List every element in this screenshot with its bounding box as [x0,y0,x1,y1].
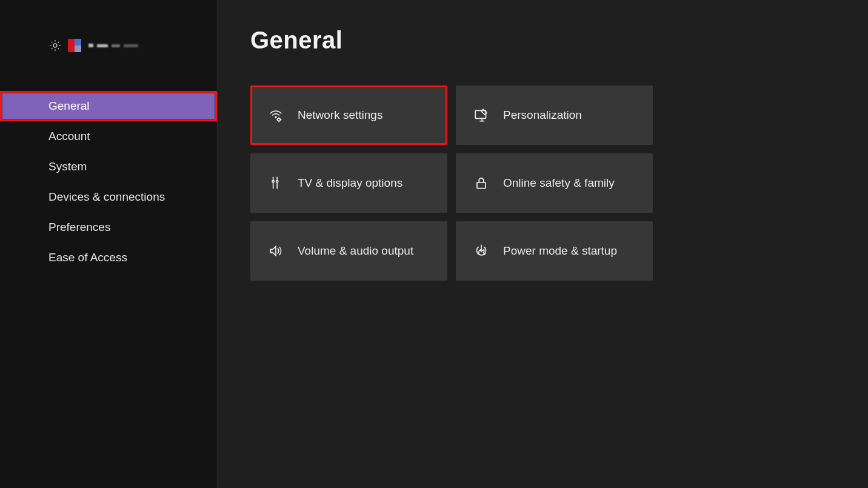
tile-tv-display[interactable]: TV & display options [250,153,447,213]
tile-label: Online safety & family [503,176,615,190]
nav-label: General [48,99,90,113]
lock-icon [473,175,490,192]
personalization-icon [473,107,490,124]
network-icon [267,107,284,124]
svg-rect-6 [477,182,486,189]
profile-name-redacted [88,44,138,47]
sidebar: General Account System Devices & connect… [0,0,218,488]
main-panel: General Network settings [218,0,868,488]
tile-label: TV & display options [298,176,402,190]
nav-label: Preferences [48,221,110,234]
nav-item-ease-of-access[interactable]: Ease of Access [0,242,217,273]
nav-item-general[interactable]: General [0,91,217,121]
settings-gear-icon [48,39,62,52]
tile-label: Network settings [298,109,382,122]
nav-label: System [48,160,87,173]
tile-label: Power mode & startup [503,244,617,258]
tv-display-icon [267,175,284,192]
nav-label: Devices & connections [48,190,165,204]
tile-volume-audio[interactable]: Volume & audio output [250,221,447,281]
tile-online-safety[interactable]: Online safety & family [456,153,653,213]
power-icon [473,242,490,259]
tile-grid: Network settings Personalization [250,85,844,281]
tile-personalization[interactable]: Personalization [456,85,653,145]
nav-item-devices[interactable]: Devices & connections [0,182,217,212]
tile-label: Personalization [503,109,582,122]
svg-point-0 [53,44,57,47]
nav-list: General Account System Devices & connect… [0,91,217,273]
nav-item-account[interactable]: Account [0,121,217,152]
nav-label: Account [48,130,90,143]
tile-label: Volume & audio output [298,244,413,258]
svg-point-1 [275,116,276,118]
page-title: General [250,27,844,54]
nav-item-preferences[interactable]: Preferences [0,212,217,242]
tile-power-mode[interactable]: Power mode & startup [456,221,653,281]
tile-network-settings[interactable]: Network settings [250,85,447,145]
nav-item-system[interactable]: System [0,152,217,182]
profile-avatar [68,39,81,52]
nav-label: Ease of Access [48,251,127,264]
volume-icon [267,242,284,259]
profile-row [0,36,217,55]
